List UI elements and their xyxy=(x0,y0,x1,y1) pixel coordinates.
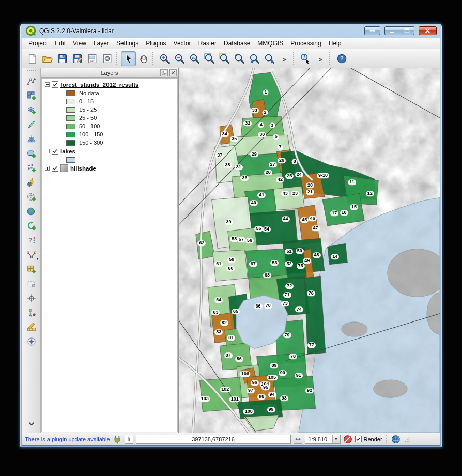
identify-button[interactable]: i xyxy=(298,51,313,66)
toolbar-grip[interactable] xyxy=(27,70,36,72)
layer-visibility-checkbox[interactable] xyxy=(52,81,58,88)
shell-fan-button[interactable] xyxy=(24,132,39,146)
layer-visibility-checkbox[interactable] xyxy=(52,165,58,172)
help-button[interactable]: ? xyxy=(334,51,349,66)
expand-icon[interactable] xyxy=(45,166,50,171)
map-canvas[interactable]: 1332324334353057292637278383128253642249… xyxy=(179,68,440,433)
close-panel-button[interactable] xyxy=(169,69,177,76)
toggle-extents-button[interactable] xyxy=(294,435,302,444)
menu-database[interactable]: Database xyxy=(220,39,254,48)
maximize-button[interactable] xyxy=(399,26,414,35)
collapse-icon[interactable] xyxy=(45,82,50,87)
save-project-as-button[interactable] xyxy=(70,51,85,66)
menu-settings[interactable]: Settings xyxy=(113,39,142,48)
window-arrows-button[interactable] xyxy=(364,26,380,35)
crosshair-button[interactable] xyxy=(24,291,39,305)
overflow-button[interactable]: » xyxy=(277,51,292,66)
globe-mesh-button[interactable] xyxy=(24,190,39,204)
layer-row[interactable]: forest_stands_2012_results xyxy=(42,80,177,89)
zoom-out-button[interactable] xyxy=(172,51,187,66)
legend-swatch xyxy=(66,132,75,137)
plugin-update-link[interactable]: There is a plugin update available xyxy=(25,436,110,442)
chevron-down-icon[interactable]: ▾ xyxy=(37,257,39,260)
lightning-icon xyxy=(27,178,36,187)
collapse-icon[interactable] xyxy=(45,149,50,153)
zoom-next-button[interactable] xyxy=(262,51,277,66)
menu-help[interactable]: Help xyxy=(325,39,345,48)
menu-layer[interactable]: Layer xyxy=(90,39,113,48)
layer-name[interactable]: lakes xyxy=(60,148,75,155)
feather-button[interactable] xyxy=(24,117,39,131)
scale-combobox[interactable]: 1:9,810 ▼ xyxy=(305,435,341,444)
float-panel-button[interactable] xyxy=(160,69,168,76)
new-composer-button[interactable] xyxy=(85,51,100,66)
zoom-full-button[interactable] xyxy=(202,51,217,66)
stop-render-button[interactable] xyxy=(343,435,352,444)
qgis-logo-icon xyxy=(25,25,36,36)
rounded-rect-button[interactable] xyxy=(24,146,39,160)
open-project-button[interactable] xyxy=(40,51,55,66)
layer-row[interactable]: lakes xyxy=(42,147,177,156)
add-layers-button[interactable] xyxy=(24,103,39,117)
waypoint-button[interactable] xyxy=(24,305,39,319)
menu-vector[interactable]: Vector xyxy=(170,39,195,48)
zoom-last-button[interactable] xyxy=(247,51,262,66)
layer-name[interactable]: forest_stands_2012_results xyxy=(60,82,139,88)
help-nodes-icon: ? xyxy=(27,236,36,245)
dashed-rect-button[interactable] xyxy=(24,277,39,290)
menu-processing[interactable]: Processing xyxy=(287,39,325,48)
help-nodes-button[interactable]: ? xyxy=(24,233,39,247)
menu-project[interactable]: Project xyxy=(25,39,51,48)
layer-row[interactable]: hillshade xyxy=(42,164,177,173)
legend-swatch xyxy=(66,107,75,113)
layer-visibility-checkbox[interactable] xyxy=(52,148,58,155)
legend-label: 100 - 150 xyxy=(79,131,103,137)
grid-add-button[interactable] xyxy=(24,262,39,276)
plugin-manager-button[interactable] xyxy=(113,435,122,444)
zoom-selection-button[interactable] xyxy=(217,51,232,66)
crs-status-button[interactable] xyxy=(391,435,401,444)
pan-map-button[interactable] xyxy=(136,51,151,66)
render-toggle[interactable]: Render xyxy=(355,436,382,442)
lightning-button[interactable] xyxy=(24,175,39,189)
touch-tool-button[interactable] xyxy=(121,51,136,66)
menu-plugins[interactable]: Plugins xyxy=(142,39,170,48)
zoom-layer-button[interactable] xyxy=(232,51,247,66)
coordinate-display[interactable] xyxy=(136,435,291,444)
titlebar[interactable]: QGIS 2.2.0-Valmiera - lidar xyxy=(22,24,440,38)
feather-icon xyxy=(27,120,36,129)
pan-map-icon xyxy=(138,53,149,64)
composer-manager-button[interactable] xyxy=(100,51,115,66)
compass-pin-button[interactable] xyxy=(24,334,39,348)
zoom-in-button[interactable] xyxy=(157,51,172,66)
save-project-button[interactable] xyxy=(55,51,70,66)
more-tools-button[interactable] xyxy=(24,417,39,431)
map-image xyxy=(179,68,440,433)
pencil-measure-button[interactable] xyxy=(24,320,39,334)
menu-raster[interactable]: Raster xyxy=(195,39,220,48)
menu-edit[interactable]: Edit xyxy=(51,39,69,48)
add-part-button[interactable] xyxy=(24,88,39,102)
resize-grip[interactable] xyxy=(403,435,410,443)
legend-label: 0 - 15 xyxy=(79,98,94,104)
zoom-actual-button[interactable]: 1:1 xyxy=(187,51,202,66)
menu-mmqgis[interactable]: MMQGIS xyxy=(254,39,287,48)
legend-item: 150 - 300 xyxy=(42,139,177,147)
new-project-button[interactable] xyxy=(25,51,40,66)
digitize-nodes-button[interactable] xyxy=(24,74,39,88)
overflow-button[interactable]: » xyxy=(313,51,328,66)
scatter-button[interactable] xyxy=(24,161,39,175)
render-checkbox[interactable] xyxy=(355,436,362,442)
minimize-button[interactable] xyxy=(384,26,399,35)
rounded-rect-icon xyxy=(27,149,36,158)
globe-button[interactable] xyxy=(24,204,39,218)
menu-view[interactable]: View xyxy=(69,39,90,48)
chevron-down-icon[interactable]: ▼ xyxy=(332,435,340,443)
legend-item: 25 - 50 xyxy=(42,114,177,122)
vertex-tool-button[interactable]: ▾ xyxy=(24,248,39,262)
swirl-button[interactable] xyxy=(24,219,39,233)
zoom-next-icon xyxy=(264,53,275,64)
vertex-tool-icon xyxy=(27,250,36,259)
layer-name[interactable]: hillshade xyxy=(70,165,96,172)
close-button[interactable] xyxy=(419,26,437,35)
